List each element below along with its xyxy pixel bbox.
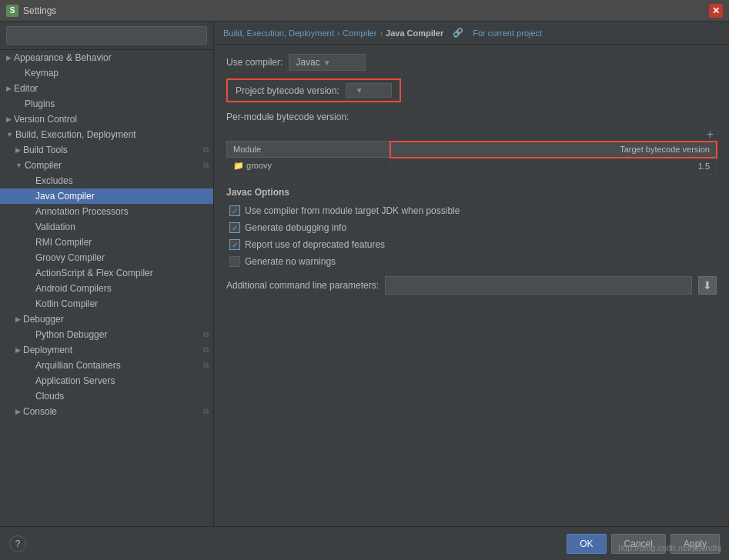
option-row-2: ✓ Report use of deprecated features <box>226 239 717 250</box>
arrow-icon: ▶ <box>15 315 21 323</box>
arrow-icon: ▼ <box>15 162 22 169</box>
sidebar-item-editor[interactable]: ▶Editor <box>0 81 213 96</box>
close-button[interactable]: ✕ <box>709 4 723 18</box>
breadcrumb-compiler[interactable]: Compiler <box>343 28 376 38</box>
sidebar-item-validation[interactable]: Validation <box>0 219 213 235</box>
sidebar-item-compiler[interactable]: ▼Compiler⧉ <box>0 158 213 173</box>
sidebar-item-kotlin-compiler[interactable]: Kotlin Compiler <box>0 296 213 312</box>
arrow-icon: ▶ <box>15 346 21 354</box>
target-col-header: Target bytecode version <box>390 142 717 158</box>
sidebar-label: Plugins <box>25 98 55 109</box>
use-compiler-value: Javac <box>296 57 319 68</box>
sidebar-item-debugger[interactable]: ▶Debugger <box>0 312 213 327</box>
sidebar-item-java-compiler[interactable]: Java Compiler <box>0 188 213 204</box>
sidebar-label: Java Compiler <box>35 191 95 202</box>
app-icon: S <box>6 5 18 17</box>
sidebar-label: Kotlin Compiler <box>35 298 98 309</box>
sidebar-item-excludes[interactable]: Excludes <box>0 173 213 188</box>
sidebar-label: RMI Compiler <box>35 237 92 248</box>
content-area: Build, Execution, Deployment › Compiler … <box>214 22 729 526</box>
sidebar-label: Groovy Compiler <box>35 252 105 263</box>
sidebar-label: Appearance & Behavior <box>14 52 112 63</box>
cmd-row: Additional command line parameters: ⬇ <box>226 276 717 295</box>
sidebar-label: Annotation Processors <box>35 206 129 217</box>
arrow-icon: ▶ <box>6 115 12 123</box>
module-col-header: Module <box>227 142 390 158</box>
sidebar-label: Deployment <box>23 345 72 355</box>
arrow-icon: ▼ <box>6 131 13 138</box>
arrow-icon: ▶ <box>6 85 12 92</box>
module-table: Module Target bytecode version 📁 groovy … <box>226 141 717 175</box>
sidebar-item-plugins[interactable]: Plugins <box>0 96 213 112</box>
sidebar-label: Console <box>23 406 57 417</box>
arrow-icon: ▶ <box>15 146 21 154</box>
use-compiler-label: Use compiler: <box>226 57 283 68</box>
checkbox-2[interactable]: ✓ <box>229 239 240 250</box>
table-row: 📁 groovy 1.5 <box>227 158 717 175</box>
sidebar-item-python-debugger[interactable]: Python Debugger⧉ <box>0 327 213 342</box>
arrow-icon: ▶ <box>15 408 21 415</box>
sidebar-item-keymap[interactable]: Keymap <box>0 65 213 81</box>
option-label-3: Generate no warnings <box>245 256 336 267</box>
sidebar-label: ActionScript & Flex Compiler <box>35 268 153 278</box>
sidebar-item-build-exec-deploy[interactable]: ▼Build, Execution, Deployment <box>0 127 213 142</box>
sidebar-item-version-control[interactable]: ▶Version Control <box>0 112 213 127</box>
search-box <box>0 22 213 50</box>
action-buttons: OK Cancel Apply <box>567 534 720 554</box>
copy-icon: ⧉ <box>203 330 209 339</box>
project-bytecode-dropdown[interactable]: ▼ <box>346 83 392 98</box>
sidebar-item-rmi-compiler[interactable]: RMI Compiler <box>0 235 213 250</box>
sidebar-item-actionscript-compiler[interactable]: ActionScript & Flex Compiler <box>0 265 213 281</box>
checkbox-1[interactable]: ✓ <box>229 222 240 233</box>
bottom-bar: ? OK Cancel Apply <box>0 526 729 560</box>
option-row-0: ✓ Use compiler from module target JDK wh… <box>226 205 717 216</box>
sidebar-item-annotation-processors[interactable]: Annotation Processors <box>0 204 213 219</box>
breadcrumb-project: For current project <box>473 28 542 38</box>
sidebar-item-build-tools[interactable]: ▶Build Tools⧉ <box>0 142 213 158</box>
option-label-0: Use compiler from module target JDK when… <box>245 205 460 216</box>
apply-button[interactable]: Apply <box>670 534 720 554</box>
sidebar-item-deployment[interactable]: ▶Deployment⧉ <box>0 342 213 358</box>
sidebar-item-console[interactable]: ▶Console⧉ <box>0 404 213 419</box>
checkbox-3[interactable] <box>229 256 240 267</box>
project-bytecode-label: Project bytecode version: <box>236 85 339 96</box>
sidebar-label: Excludes <box>35 175 73 186</box>
sidebar-item-clouds[interactable]: Clouds <box>0 388 213 404</box>
sidebar-item-arquillian-containers[interactable]: Arquillian Containers⧉ <box>0 358 213 373</box>
use-compiler-dropdown[interactable]: Javac ▼ <box>289 54 366 71</box>
sidebar-item-appearance[interactable]: ▶Appearance & Behavior <box>0 50 213 65</box>
arrow-icon: ▶ <box>6 54 12 62</box>
sidebar-item-application-servers[interactable]: Application Servers <box>0 373 213 388</box>
sidebar-label: Build, Execution, Deployment <box>15 129 136 140</box>
sidebar-item-android-compilers[interactable]: Android Compilers <box>0 281 213 296</box>
sidebar-label: Editor <box>14 83 38 94</box>
module-version: 1.5 <box>390 158 717 175</box>
sidebar-label: Application Servers <box>35 375 115 386</box>
help-button[interactable]: ? <box>9 535 26 552</box>
project-bytecode-row: Project bytecode version: ▼ <box>226 78 401 102</box>
ok-button[interactable]: OK <box>567 534 606 554</box>
cmd-expand-button[interactable]: ⬇ <box>698 276 717 295</box>
copy-icon: ⧉ <box>203 407 209 416</box>
cancel-button[interactable]: Cancel <box>611 534 666 554</box>
cmd-label: Additional command line parameters: <box>226 280 379 291</box>
search-input[interactable] <box>6 26 207 45</box>
copy-icon: ⧉ <box>203 345 209 355</box>
breadcrumb: Build, Execution, Deployment › Compiler … <box>214 22 729 45</box>
use-compiler-row: Use compiler: Javac ▼ <box>226 54 717 71</box>
breadcrumb-current: Java Compiler <box>386 28 443 38</box>
copy-icon: ⧉ <box>203 361 209 370</box>
breadcrumb-build[interactable]: Build, Execution, Deployment <box>223 28 334 38</box>
sidebar-item-groovy-compiler[interactable]: Groovy Compiler <box>0 250 213 265</box>
add-module-button[interactable]: + <box>704 128 717 141</box>
sidebar-label: Clouds <box>35 391 64 402</box>
checkbox-0[interactable]: ✓ <box>229 205 240 216</box>
cmd-input[interactable] <box>385 276 692 295</box>
content-body: Use compiler: Javac ▼ Project bytecode v… <box>214 45 729 526</box>
option-label-2: Report use of deprecated features <box>245 239 385 250</box>
javac-section-title: Javac Options <box>226 187 717 198</box>
sidebar-label: Build Tools <box>23 145 68 155</box>
window-title: Settings <box>23 5 704 16</box>
module-table-container: + Module Target bytecode version 📁 groov… <box>226 128 717 175</box>
sidebar-label: Version Control <box>14 114 77 125</box>
